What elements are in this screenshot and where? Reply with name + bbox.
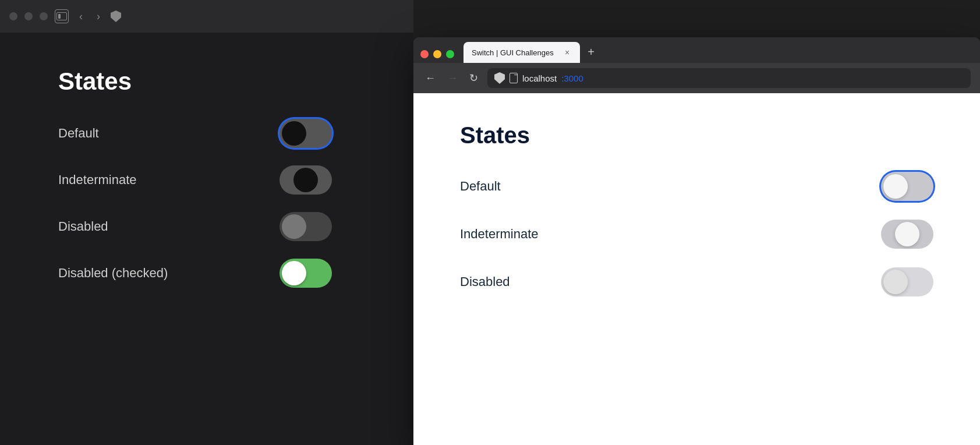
toggle-disabled-light <box>881 267 933 296</box>
state-label-default-light: Default <box>460 179 501 194</box>
right-heading: States <box>460 122 933 149</box>
toggle-default-light[interactable] <box>881 172 933 201</box>
state-label-indeterminate-dark: Indeterminate <box>58 172 137 188</box>
new-tab-button[interactable]: + <box>582 43 600 61</box>
toggle-disabled-checked-dark <box>280 259 332 288</box>
sidebar-icon[interactable] <box>55 9 69 23</box>
state-row-indeterminate-dark: Indeterminate <box>58 165 378 195</box>
state-label-disabled-dark: Disabled <box>58 219 108 234</box>
browser-content: States Default Indeterminate Disabled <box>413 93 980 445</box>
toggle-default-dark[interactable] <box>280 119 332 148</box>
toggle-indeterminate-light[interactable] <box>881 220 933 249</box>
shield-icon-url <box>494 72 505 84</box>
toggle-disabled-dark <box>280 212 332 241</box>
toggle-indeterminate-dark[interactable] <box>280 165 332 195</box>
reload-button[interactable]: ↻ <box>467 69 480 87</box>
left-panel: ‹ › States Default Indeterminate Disable… <box>0 0 413 445</box>
tab-close-button[interactable]: × <box>562 48 572 57</box>
browser-tl-yellow[interactable] <box>433 50 441 58</box>
document-icon <box>510 73 518 83</box>
active-tab[interactable]: Switch | GUI Challenges × <box>464 42 580 63</box>
traffic-light-green[interactable] <box>40 12 48 20</box>
address-bar: ← → ↻ localhost:3000 <box>413 63 980 93</box>
left-content: States Default Indeterminate Disabled Di… <box>0 33 413 445</box>
state-label-indeterminate-light: Indeterminate <box>460 227 539 242</box>
toggle-knob-indeterminate-light <box>895 222 919 246</box>
url-field[interactable]: localhost:3000 <box>487 68 971 88</box>
browser-tl-green[interactable] <box>446 50 454 58</box>
back-button-bg[interactable]: ‹ <box>76 8 86 25</box>
forward-button[interactable]: → <box>445 70 460 87</box>
state-label-disabled-checked-dark: Disabled (checked) <box>58 266 168 281</box>
state-label-default-dark: Default <box>58 126 99 141</box>
browser-chrome: Switch | GUI Challenges × + ← → ↻ localh… <box>413 37 980 93</box>
toggle-knob-default-dark <box>282 121 306 146</box>
tab-bar: Switch | GUI Challenges × + <box>413 37 980 63</box>
state-row-disabled-checked-dark: Disabled (checked) <box>58 259 378 288</box>
back-button[interactable]: ← <box>423 70 438 87</box>
state-row-disabled-dark: Disabled <box>58 212 378 241</box>
browser-tl-red[interactable] <box>420 50 429 58</box>
state-row-default-light: Default <box>460 172 933 201</box>
toggle-knob-indeterminate-dark <box>293 168 318 192</box>
toggle-knob-disabled-checked-dark <box>282 261 306 285</box>
tab-title: Switch | GUI Challenges <box>472 48 558 57</box>
toggle-knob-disabled-light <box>883 270 908 294</box>
url-port: :3000 <box>561 73 583 83</box>
state-row-indeterminate-light: Indeterminate <box>460 220 933 249</box>
shield-icon-bg <box>111 10 121 22</box>
left-heading: States <box>58 68 378 96</box>
state-row-default-dark: Default <box>58 119 378 148</box>
toggle-knob-disabled-dark <box>282 214 306 239</box>
traffic-light-red[interactable] <box>9 12 17 20</box>
state-row-disabled-light: Disabled <box>460 267 933 296</box>
titlebar-background: ‹ › <box>0 0 413 33</box>
url-host: localhost <box>522 73 557 83</box>
forward-button-bg[interactable]: › <box>93 8 104 25</box>
traffic-lights <box>420 50 454 63</box>
state-label-disabled-light: Disabled <box>460 274 510 289</box>
traffic-light-yellow[interactable] <box>24 12 33 20</box>
toggle-knob-default-light <box>883 174 908 199</box>
browser-window: Switch | GUI Challenges × + ← → ↻ localh… <box>413 37 980 445</box>
